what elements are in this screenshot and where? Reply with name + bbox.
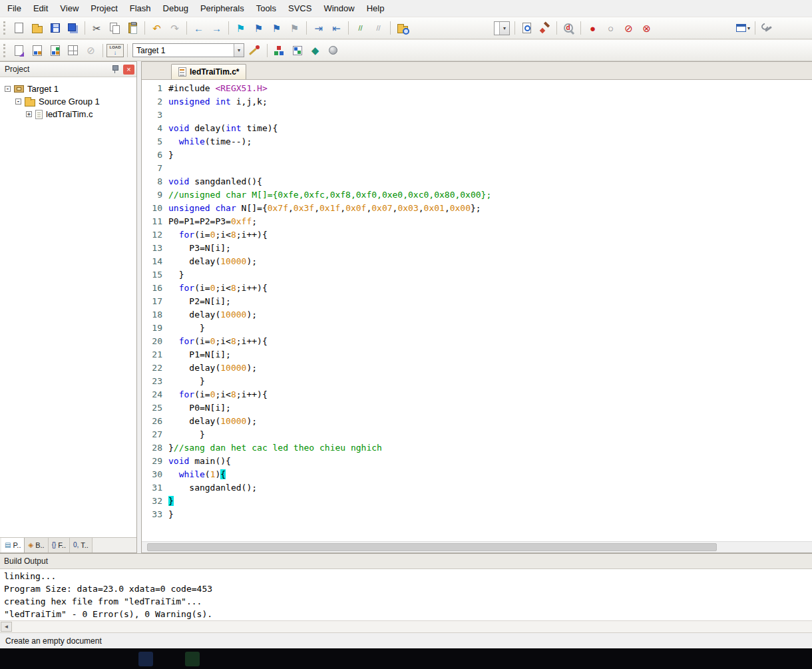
templates-tab[interactable]: 0,T.. — [70, 538, 93, 553]
indent-left-icon[interactable]: ⇤ — [328, 20, 345, 36]
software-packs-icon[interactable]: ◆ — [307, 43, 323, 59]
build-output-scrollbar[interactable]: ◄ — [0, 621, 812, 632]
line-number: 28 — [142, 441, 168, 455]
menu-help[interactable]: Help — [361, 1, 391, 15]
chevron-down-icon[interactable]: ▾ — [499, 22, 509, 35]
line-number: 10 — [142, 202, 168, 215]
menu-edit[interactable]: Edit — [27, 1, 54, 15]
stop-build-icon[interactable]: ⊘ — [83, 43, 99, 59]
find-combobox[interactable]: ▾ — [494, 21, 510, 35]
toolbar-main-left: ✂↶↷←→⚑⚑⚑⚑⇥⇤//// — [10, 20, 411, 36]
menu-file[interactable]: File — [1, 1, 27, 15]
save-all-icon[interactable] — [65, 20, 81, 36]
start-stop-debug-icon[interactable] — [560, 20, 577, 36]
menu-debug[interactable]: Debug — [157, 1, 194, 15]
menu-window[interactable]: Window — [317, 1, 360, 15]
previous-bookmark-icon[interactable]: ⚑ — [250, 20, 267, 36]
functions-tab-icon: {} — [52, 542, 57, 549]
code-line: 25 P0=N[i]; — [142, 401, 812, 415]
project-tab[interactable]: ▤P.. — [1, 538, 25, 553]
code-line: 19 } — [142, 322, 812, 335]
manage-project-items-icon[interactable] — [289, 43, 305, 59]
project-tab-icon: ▤ — [5, 542, 11, 549]
menu-flash[interactable]: Flash — [124, 1, 157, 15]
comment-selection-icon[interactable]: // — [352, 20, 369, 36]
insert-remove-breakpoint-icon[interactable]: ● — [584, 20, 601, 36]
clear-bookmarks-icon[interactable]: ⚑ — [286, 20, 303, 36]
line-number: 13 — [142, 242, 168, 255]
configure-wrench-icon[interactable] — [759, 20, 775, 36]
disable-all-breakpoints-icon[interactable]: ⊘ — [620, 20, 637, 36]
window-layout-icon[interactable]: ▾ — [735, 20, 751, 36]
chevron-down-icon[interactable]: ▾ — [234, 44, 244, 57]
tree-item-target-1[interactable]: -Target 1 — [0, 83, 136, 95]
close-icon: × — [126, 66, 130, 73]
manage-runtime-environment-icon[interactable] — [271, 43, 288, 59]
target-combobox[interactable]: Target 1▾ — [132, 43, 244, 57]
pack-installer-icon[interactable] — [325, 43, 341, 59]
rebuild-target-icon[interactable] — [47, 43, 63, 59]
close-panel-button[interactable]: × — [123, 65, 134, 75]
build-target-icon[interactable] — [29, 43, 45, 59]
code-line: 26 delay(10000); — [142, 415, 812, 428]
open-file-icon[interactable] — [29, 20, 45, 36]
new-file-icon[interactable] — [11, 20, 27, 36]
code-line: 9//unsigned char M[]={0xfe,0xfc,0xf8,0xf… — [142, 188, 812, 202]
editor-horizontal-scrollbar[interactable] — [142, 541, 812, 553]
functions-tab[interactable]: {}F.. — [49, 538, 70, 553]
paintbrush-icon[interactable] — [536, 20, 553, 36]
find-in-files-icon[interactable] — [394, 20, 411, 36]
code-line: 12 for(i=0;i<8;i++){ — [142, 228, 812, 242]
translate-file-icon[interactable] — [11, 43, 27, 59]
build-output-line: linking... — [4, 570, 808, 582]
auto-hide-pin-button[interactable] — [108, 63, 120, 75]
code-line: 21 P1=N[i]; — [142, 348, 812, 361]
code-line: 32} — [142, 495, 812, 508]
indent-right-icon[interactable]: ⇥ — [310, 20, 327, 36]
tree-item-source-group-1[interactable]: -Source Group 1 — [0, 95, 136, 108]
menu-svcs[interactable]: SVCS — [282, 1, 317, 15]
next-bookmark-icon[interactable]: ⚑ — [268, 20, 285, 36]
save-icon[interactable] — [47, 20, 63, 36]
copy-icon[interactable] — [106, 20, 123, 36]
options-for-target-icon[interactable] — [247, 43, 264, 59]
editor-tab[interactable]: ledTraiTim.c* — [171, 64, 246, 79]
kill-all-breakpoints-icon[interactable]: ⊗ — [638, 20, 655, 36]
line-number: 23 — [142, 375, 168, 388]
build-output-text: linking...Program Size: data=23.0 xdata=… — [0, 569, 812, 621]
line-number: 30 — [142, 468, 168, 481]
paste-icon[interactable] — [124, 20, 141, 36]
build-output-line: creating hex file from "ledTraiTim"... — [4, 595, 808, 608]
scroll-left-arrow-icon[interactable]: ◄ — [1, 622, 12, 632]
code-area[interactable]: 1#include <REGX51.H>2unsigned int i,j,k;… — [142, 80, 812, 541]
books-tab[interactable]: ◈B.. — [25, 538, 48, 553]
line-number: 1 — [142, 82, 168, 95]
document-magnifier-icon[interactable] — [518, 20, 535, 36]
navigate-forward-icon[interactable]: → — [208, 20, 225, 36]
batch-build-icon[interactable] — [65, 43, 81, 59]
scrollbar-thumb[interactable] — [147, 543, 717, 551]
redo-icon[interactable]: ↷ — [166, 20, 183, 36]
tree-item-ledtraitim-c[interactable]: +ledTraiTim.c — [0, 108, 136, 120]
navigate-back-icon[interactable]: ← — [190, 20, 207, 36]
menu-peripherals[interactable]: Peripherals — [194, 1, 250, 15]
cut-icon[interactable]: ✂ — [89, 20, 105, 36]
toggle-bookmark-icon[interactable]: ⚑ — [232, 20, 249, 36]
undo-icon[interactable]: ↶ — [148, 20, 165, 36]
code-line: 30 while(1){ — [142, 468, 812, 481]
target-icon — [14, 85, 24, 93]
enable-disable-breakpoint-icon[interactable]: ○ — [602, 20, 619, 36]
uncomment-selection-icon[interactable]: // — [370, 20, 387, 36]
expand-icon[interactable]: + — [26, 111, 32, 117]
collapse-icon[interactable]: - — [5, 86, 11, 92]
editor-tabbar: ledTraiTim.c* — [142, 62, 812, 80]
download-code-icon[interactable]: LOAD — [106, 43, 124, 59]
menu-tools[interactable]: Tools — [250, 1, 282, 15]
menu-view[interactable]: View — [54, 1, 85, 15]
code-line: 6} — [142, 148, 812, 162]
collapse-icon[interactable]: - — [15, 99, 21, 105]
taskbar-app2-icon[interactable] — [185, 652, 200, 666]
menu-project[interactable]: Project — [85, 1, 123, 15]
taskbar-app1-icon[interactable] — [138, 652, 153, 666]
toolbar-separator — [556, 21, 557, 35]
